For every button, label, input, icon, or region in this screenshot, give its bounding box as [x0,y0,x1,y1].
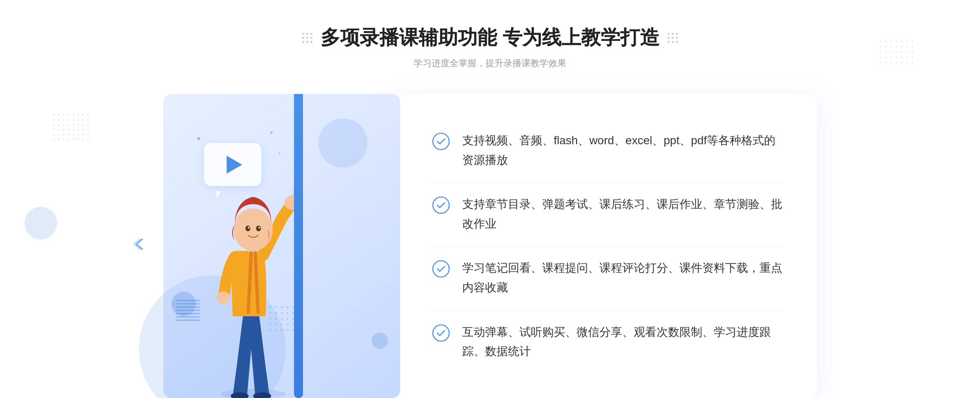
feature-item-4: 互动弹幕、试听购买、微信分享、观看次数限制、学习进度跟踪、数据统计 [432,310,784,373]
star-2: ✦ [270,130,274,136]
check-icon-2 [432,196,450,214]
svg-point-4 [217,291,230,304]
illustration-area: ✦ ✦ ✦ [163,94,400,398]
arrow-left-decoration [131,236,147,256]
feature-item-3: 学习笔记回看、课程提问、课程评论打分、课件资料下载，重点内容收藏 [432,246,784,310]
svg-point-0 [220,389,286,398]
features-card: 支持视频、音频、flash、word、excel、ppt、pdf等各种格式的资源… [399,94,817,398]
svg-point-11 [433,133,449,150]
feature-text-2: 支持章节目录、弹题考试、课后练习、课后作业、章节测验、批改作业 [462,195,784,233]
svg-point-10 [258,227,260,228]
svg-point-9 [248,227,249,228]
page-title: 多项录播课辅助功能 专为线上教学打造 [321,25,659,51]
title-section: 多项录播课辅助功能 专为线上教学打造 学习进度全掌握，提升录播课教学效果 [302,25,677,69]
deco-circle-far-left [24,207,57,239]
dot-pattern-top-right: (function() { const container = document… [880,41,915,65]
title-main: 多项录播课辅助功能 专为线上教学打造 [302,25,677,51]
bg-circle-medium [318,119,368,168]
blue-accent-bar [294,94,303,398]
main-content: ✦ ✦ ✦ [163,94,817,398]
svg-point-13 [433,261,449,277]
title-decor-right [668,33,678,43]
svg-point-7 [245,226,250,231]
check-icon-1 [432,132,450,150]
svg-point-12 [433,197,449,213]
title-decor-left [302,33,312,43]
feature-text-1: 支持视频、音频、flash、word、excel、ppt、pdf等各种格式的资源… [462,131,784,170]
svg-point-8 [256,226,261,231]
svg-point-14 [433,325,449,341]
feature-text-3: 学习笔记回看、课程提问、课程评论打分、课件资料下载，重点内容收藏 [462,258,784,297]
check-icon-3 [432,260,450,278]
deco-circle-bottom [372,333,388,349]
feature-item-2: 支持章节目录、弹题考试、课后练习、课后作业、章节测验、批改作业 [432,182,784,246]
page-wrapper: 多项录播课辅助功能 专为线上教学打造 学习进度全掌握，提升录播课教学效果 [0,0,980,398]
star-1: ✦ [196,135,201,143]
check-icon-4 [432,324,450,342]
page-subtitle: 学习进度全掌握，提升录播课教学效果 [302,57,677,69]
svg-point-6 [234,208,273,251]
feature-item-1: 支持视频、音频、flash、word、excel、ppt、pdf等各种格式的资源… [432,119,784,182]
feature-text-4: 互动弹幕、试听购买、微信分享、观看次数限制、学习进度跟踪、数据统计 [462,322,784,361]
dot-pattern-bg-left: (function() { const container = document… [53,114,90,142]
